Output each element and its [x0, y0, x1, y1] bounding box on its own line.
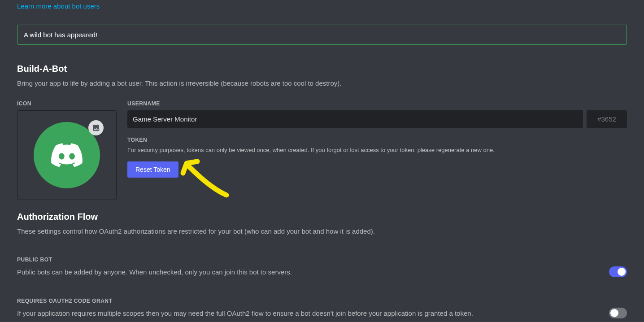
- bot-icon-upload[interactable]: [17, 110, 117, 200]
- discriminator-badge: #3652: [587, 110, 627, 128]
- toggle-knob: [618, 268, 626, 276]
- username-input[interactable]: [127, 110, 583, 128]
- token-note: For security purposes, tokens can only b…: [127, 147, 627, 153]
- oauth2-grant-label: REQUIRES OAUTH2 CODE GRANT: [17, 298, 627, 304]
- oauth2-grant-desc: If your application requires multiple sc…: [17, 309, 609, 317]
- public-bot-toggle[interactable]: [609, 266, 627, 277]
- auth-flow-title: Authorization Flow: [17, 212, 627, 222]
- success-alert: A wild bot has appeared!: [17, 25, 627, 45]
- upload-image-icon: [88, 120, 104, 135]
- discord-logo-icon: [51, 143, 83, 167]
- build-a-bot-title: Build-A-Bot: [17, 64, 627, 74]
- public-bot-desc: Public bots can be added by anyone. When…: [17, 268, 609, 276]
- public-bot-label: PUBLIC BOT: [17, 257, 627, 263]
- token-label: TOKEN: [127, 137, 627, 143]
- toggle-knob: [610, 309, 618, 317]
- learn-more-link[interactable]: Learn more about bot users: [17, 2, 100, 10]
- icon-label: ICON: [17, 100, 117, 107]
- username-label: USERNAME: [127, 100, 627, 107]
- auth-flow-desc: These settings control how OAuth2 author…: [17, 226, 627, 236]
- build-a-bot-desc: Bring your app to life by adding a bot u…: [17, 78, 627, 88]
- oauth2-grant-toggle[interactable]: [609, 308, 627, 318]
- reset-token-button[interactable]: Reset Token: [127, 161, 178, 178]
